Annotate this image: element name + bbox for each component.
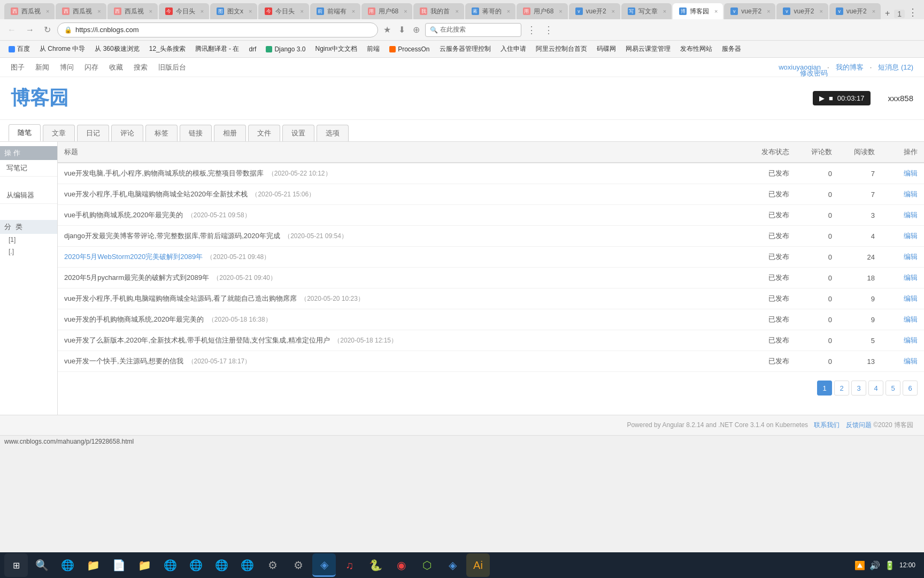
close-icon[interactable]: × — [300, 8, 303, 14]
back-button[interactable]: ← — [4, 23, 19, 37]
taskbar-browser3[interactable]: 🌐 — [235, 553, 259, 577]
edit-link[interactable]: 编辑 — [904, 336, 918, 344]
tab-list-button[interactable]: ⋮ — [906, 6, 920, 18]
tab-link[interactable]: 链接 — [180, 125, 212, 141]
tab-xigua1[interactable]: 西 西瓜视 × — [4, 3, 55, 19]
bookmark-frontend[interactable]: 前端 — [363, 43, 384, 55]
taskbar-doc[interactable]: 📄 — [107, 553, 130, 577]
tab-jiangge[interactable]: 蒋 蒋哥的 × — [465, 3, 515, 19]
taskbar-folder[interactable]: 📁 — [133, 553, 156, 577]
play-icon[interactable]: ▶ — [819, 94, 825, 102]
tab-vue3[interactable]: v vue开2 × — [776, 3, 828, 19]
extensions-icon[interactable]: ⋮ — [525, 24, 538, 36]
close-icon[interactable]: × — [404, 8, 407, 14]
bookmark-baidu[interactable]: 百度 — [4, 43, 34, 55]
bookmark-server[interactable]: 服务器 — [718, 43, 745, 55]
taskbar-browser2[interactable]: 🌐 — [210, 553, 233, 577]
tab-cnblogs[interactable]: 博 博客园 × — [673, 3, 723, 19]
nav-old[interactable]: 旧版后台 — [158, 63, 186, 72]
edit-link[interactable]: 编辑 — [904, 211, 918, 219]
tab-vue1[interactable]: v vue开2 × — [569, 3, 620, 19]
nav-collect[interactable]: 收藏 — [109, 63, 123, 72]
sidebar-editor[interactable]: 从编辑器 — [0, 187, 57, 204]
download-icon[interactable]: ⬇ — [396, 25, 407, 35]
sidebar-write[interactable]: 写笔记 — [0, 160, 57, 177]
bookmark-star-icon[interactable]: ★ — [381, 25, 393, 35]
close-icon[interactable]: × — [559, 8, 562, 14]
tab-suibi[interactable]: 随笔 — [9, 124, 41, 141]
nav-flash[interactable]: 闪存 — [84, 63, 98, 72]
bookmark-wycloud[interactable]: 网易云课堂管理 — [621, 43, 675, 55]
taskbar-start-button[interactable]: ⊞ — [4, 553, 28, 577]
edit-link[interactable]: 编辑 — [904, 253, 918, 261]
bookmark-chrome[interactable]: 从 Chrome 中导 — [35, 43, 89, 55]
tab-tag[interactable]: 标签 — [145, 125, 178, 141]
bookmark-apply[interactable]: 入住申请 — [496, 43, 530, 55]
tab-comment[interactable]: 评论 — [111, 125, 143, 141]
address-bar[interactable]: 🔒 https://i.cnblogs.com — [57, 22, 378, 37]
bookmark-tencent[interactable]: 腾讯翻译君 - 在 — [191, 43, 244, 55]
taskbar-chrome[interactable]: 🌐 — [158, 553, 182, 577]
site-logo[interactable]: 博客园 — [11, 85, 68, 111]
close-icon[interactable]: × — [201, 8, 204, 14]
modify-password-link[interactable]: 修改密码 — [800, 69, 828, 78]
close-icon[interactable]: × — [507, 8, 510, 14]
edit-link[interactable]: 编辑 — [904, 190, 918, 198]
taskbar-idea[interactable]: ◉ — [389, 553, 413, 577]
close-icon[interactable]: × — [872, 8, 875, 14]
bookmark-nginx[interactable]: Nginx中文文档 — [311, 43, 361, 55]
article-link[interactable]: 2020年5月WebStorm2020完美破解到2089年 — [64, 253, 203, 261]
bookmark-drf[interactable]: drf — [244, 44, 260, 55]
edit-link[interactable]: 编辑 — [904, 169, 918, 177]
tab-diary[interactable]: 日记 — [77, 125, 109, 141]
sidebar-sub1[interactable]: [1] — [0, 234, 57, 246]
bookmark-publish[interactable]: 发布性网站 — [676, 43, 717, 55]
tab-user68-1[interactable]: 用 用户68 × — [361, 3, 413, 19]
tab-jinritou2[interactable]: 今 今日头 × — [258, 3, 309, 19]
close-icon[interactable]: × — [612, 8, 615, 14]
page-btn-3[interactable]: 3 — [851, 381, 866, 396]
taskbar-pycharm[interactable]: 🐍 — [364, 553, 387, 577]
taskbar-settings2[interactable]: ⚙ — [287, 553, 310, 577]
taskbar-node[interactable]: ⬡ — [415, 553, 438, 577]
tab-user68-2[interactable]: 用 用户68 × — [517, 3, 568, 19]
tab-write[interactable]: 写 写文章 × — [621, 3, 672, 19]
page-btn-4[interactable]: 4 — [868, 381, 883, 396]
close-icon[interactable]: × — [455, 8, 458, 14]
close-icon[interactable]: × — [46, 8, 49, 14]
search-bar[interactable]: 🔍 在此搜索 — [425, 23, 521, 37]
tab-article[interactable]: 文章 — [43, 125, 75, 141]
bookmark-django[interactable]: Django 3.0 — [261, 44, 310, 55]
tab-xigua2[interactable]: 西 西瓜视 × — [56, 3, 106, 19]
tab-xigua3[interactable]: 西 西瓜视 × — [107, 3, 158, 19]
close-icon[interactable]: × — [149, 8, 152, 14]
bookmark-aliyun-manage[interactable]: 云服务器管理控制 — [435, 43, 495, 55]
edit-link[interactable]: 编辑 — [904, 273, 918, 282]
forward-button[interactable]: → — [22, 23, 37, 37]
taskbar-explorer[interactable]: 📁 — [81, 553, 105, 577]
tab-jinritou1[interactable]: 今 今日头 × — [159, 3, 209, 19]
taskbar-app1[interactable]: Ai — [466, 553, 490, 577]
taskbar-browser1[interactable]: 🌐 — [184, 553, 207, 577]
zoom-icon[interactable]: ⊕ — [411, 25, 422, 35]
close-icon[interactable]: × — [714, 8, 718, 14]
nav-bolog[interactable]: 博问 — [60, 63, 74, 72]
bookmark-processon[interactable]: ProcessOn — [385, 44, 434, 55]
bookmark-360[interactable]: 从 360极速浏览 — [90, 43, 143, 55]
bookmark-madie[interactable]: 码碟网 — [592, 43, 620, 55]
footer-contact[interactable]: 联系我们 — [814, 421, 840, 429]
edit-link[interactable]: 编辑 — [904, 315, 918, 323]
close-icon[interactable]: × — [249, 8, 252, 14]
refresh-button[interactable]: ↻ — [41, 22, 54, 37]
nav-news[interactable]: 新闻 — [35, 63, 49, 72]
tab-settings[interactable]: 设置 — [282, 125, 314, 141]
footer-feedback[interactable]: 反馈问题 — [846, 421, 872, 429]
stop-icon[interactable]: ■ — [829, 94, 833, 102]
tab-options[interactable]: 选项 — [317, 125, 349, 141]
bookmark-toutiao[interactable]: 12_头条搜索 — [145, 43, 190, 55]
tab-wode[interactable]: 我 我的首 × — [413, 3, 464, 19]
nav-myblog[interactable]: 我的博客 — [836, 63, 864, 72]
close-icon[interactable]: × — [663, 8, 666, 14]
edit-link[interactable]: 编辑 — [904, 232, 918, 240]
close-icon[interactable]: × — [97, 8, 101, 14]
